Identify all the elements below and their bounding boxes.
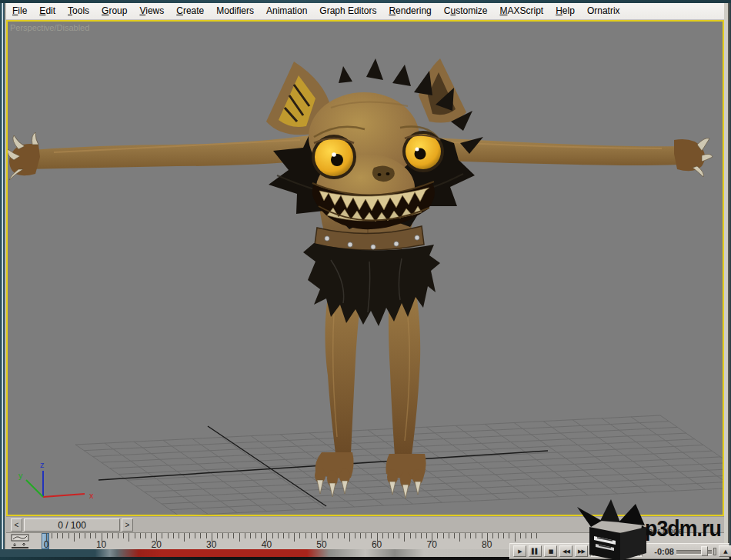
ruler-tick <box>404 533 405 542</box>
ruler-tick <box>179 533 179 538</box>
goblin-model[interactable] <box>8 58 713 498</box>
menu-customize[interactable]: Customize <box>438 3 494 19</box>
ruler-tick <box>283 533 284 538</box>
ruler-label-10: 10 <box>90 539 113 550</box>
ruler-tick <box>520 533 521 538</box>
ruler-tick <box>217 533 218 538</box>
ruler-label-0: 0 <box>35 539 58 550</box>
transport-buttons: ▶▌▌■◀◀▶▶ <box>513 545 588 557</box>
ruler-tick <box>294 533 295 542</box>
ruler-tick <box>140 533 141 538</box>
ruler-tick <box>129 533 129 542</box>
ruler-tick <box>222 533 223 538</box>
frame-counter-button[interactable]: 0 / 100 <box>24 518 120 532</box>
ruler-tick <box>112 533 113 538</box>
ruler-tick <box>332 533 333 538</box>
axis-z-label: z <box>40 460 45 469</box>
ruler-tick <box>371 533 372 538</box>
ruler-tick <box>476 533 476 538</box>
menu-graph-editors[interactable]: Graph Editors <box>313 3 382 19</box>
menu-create[interactable]: Create <box>170 3 210 19</box>
ruler-tick <box>470 533 471 538</box>
ruler-tick <box>416 533 416 538</box>
ruler-tick <box>85 533 85 538</box>
ruler-tick <box>536 533 537 538</box>
ruler-tick <box>316 533 317 538</box>
ruler-tick <box>393 533 394 538</box>
ruler-label-60: 60 <box>366 539 389 550</box>
volume-slider[interactable] <box>676 546 716 556</box>
play-button[interactable]: ▶ <box>513 545 526 557</box>
volume-handle[interactable] <box>701 546 708 556</box>
ruler-tick <box>261 533 262 538</box>
menu-help[interactable]: Help <box>549 3 581 19</box>
ruler-tick <box>107 533 108 538</box>
axis-y-label: y <box>18 471 23 480</box>
ruler-tick <box>492 533 493 538</box>
ruler-tick <box>531 533 532 538</box>
time-remaining: -0:08 <box>645 547 674 556</box>
ruler-tick <box>272 533 273 538</box>
ruler-tick <box>52 533 52 538</box>
ruler-tick <box>355 533 355 538</box>
ruler-label-20: 20 <box>145 539 168 550</box>
axis-gizmo: z x y <box>18 460 94 500</box>
ruler-tick <box>498 533 499 538</box>
menu-group[interactable]: Group <box>95 3 133 19</box>
ruler-tick <box>278 533 279 538</box>
ruler-tick <box>168 533 169 538</box>
ruler-tick <box>184 533 185 542</box>
menu-file[interactable]: File <box>6 3 33 19</box>
ruler-label-30: 30 <box>200 539 223 550</box>
menu-rendering[interactable]: Rendering <box>382 3 437 19</box>
ruler-tick <box>509 533 509 538</box>
ruler-tick <box>410 533 411 538</box>
scrub-grip[interactable] <box>590 545 643 557</box>
ruler-tick <box>135 533 135 538</box>
menu-animation[interactable]: Animation <box>260 3 313 19</box>
menu-bar: FileEditToolsGroupViewsCreateModifiersAn… <box>6 3 724 20</box>
ruler-tick <box>311 533 312 538</box>
menu-edit[interactable]: Edit <box>33 3 62 19</box>
menu-modifiers[interactable]: Modifiers <box>210 3 260 19</box>
fast-forward-button[interactable]: ▶▶ <box>575 545 588 557</box>
next-frame-button[interactable]: > <box>122 518 133 532</box>
stop-button[interactable]: ■ <box>544 545 557 557</box>
track-bar: < 0 / 100 > <box>6 516 724 533</box>
ruler-tick <box>145 533 146 538</box>
rewind-button[interactable]: ◀◀ <box>559 545 572 557</box>
ruler-tick <box>57 533 58 538</box>
ruler-label-70: 70 <box>420 539 443 550</box>
ruler-tick <box>206 533 207 538</box>
ruler-label-80: 80 <box>476 539 499 550</box>
menu-views[interactable]: Views <box>133 3 170 19</box>
viewport-label[interactable]: Perspective/Disabled <box>10 23 89 32</box>
media-player-controls: ▶▌▌■◀◀▶▶ -0:08 ▲◥ <box>509 543 729 559</box>
pause-button[interactable]: ▌▌ <box>529 545 542 557</box>
ruler-tick <box>366 533 366 538</box>
3dsmax-window: FileEditToolsGroupViewsCreateModifiersAn… <box>0 0 731 560</box>
ruler-tick <box>195 533 195 538</box>
eject-button[interactable]: ▲ <box>719 545 731 557</box>
ruler-tick <box>200 533 201 538</box>
ruler-tick <box>426 533 427 538</box>
ruler-tick <box>465 533 466 538</box>
ruler-tick <box>360 533 361 538</box>
menu-ornatrix[interactable]: Ornatrix <box>581 3 626 19</box>
ruler-tick <box>189 533 190 538</box>
ruler-tick <box>388 533 389 538</box>
secondary-buttons: ▲◥ <box>719 545 731 557</box>
menu-maxscript[interactable]: MAXScript <box>494 3 550 19</box>
ruler-tick <box>123 533 124 538</box>
perspective-viewport[interactable]: Perspective/Disabled <box>6 20 724 516</box>
ruler-tick <box>338 533 339 538</box>
menu-tools[interactable]: Tools <box>62 3 95 19</box>
ruler-tick <box>443 533 444 538</box>
ruler-tick <box>382 533 383 538</box>
ruler-tick <box>349 533 350 542</box>
previous-frame-button[interactable]: < <box>11 518 22 532</box>
axis-x-label: x <box>89 491 94 500</box>
status-text-fragment: per Node <box>648 526 683 535</box>
window-border-right <box>724 3 731 560</box>
ruler-tick <box>162 533 162 538</box>
